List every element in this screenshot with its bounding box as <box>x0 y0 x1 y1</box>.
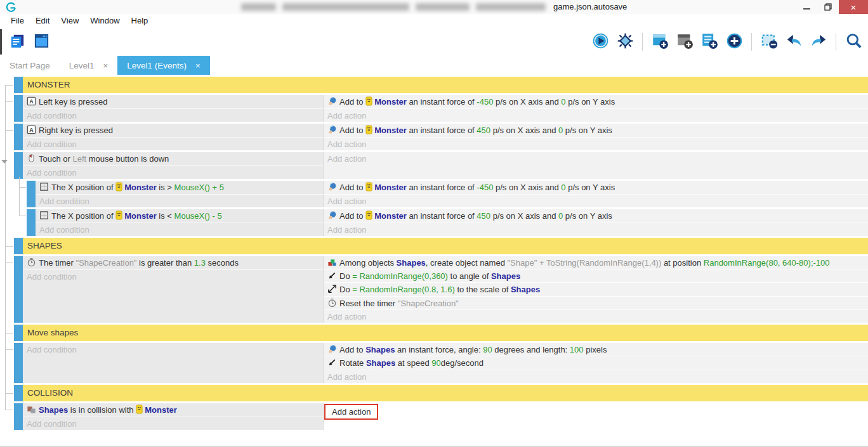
add-subevent-icon <box>701 32 718 52</box>
text-segment: 1.3 <box>194 258 206 268</box>
add-action-button[interactable]: Add action <box>324 137 868 151</box>
text-segment: an instant force, angle: <box>395 345 483 354</box>
event-selection-bar[interactable] <box>14 95 23 122</box>
event-selection-bar[interactable] <box>14 256 23 323</box>
action-row[interactable]: Add to Monster an instant force of 450 p… <box>324 124 868 137</box>
event-selection-bar[interactable] <box>14 325 23 341</box>
debugger-button[interactable] <box>615 32 635 51</box>
event-selection-bar[interactable] <box>14 385 23 401</box>
action-row[interactable]: Add to Monster an instant force of -450 … <box>324 95 868 108</box>
add-condition-button[interactable]: Add condition <box>23 417 323 431</box>
tab-level1[interactable]: Level1× <box>60 56 117 75</box>
add-subevent-button[interactable] <box>700 32 719 51</box>
add-condition-button[interactable]: Add condition <box>23 137 323 151</box>
tab-start-page[interactable]: Start Page <box>0 56 60 75</box>
timer-icon <box>327 298 337 308</box>
text-segment: "ShapeCreation" <box>398 299 459 308</box>
event-selection-bar[interactable] <box>14 77 23 93</box>
text-segment: 100 <box>570 345 584 354</box>
position-icon <box>39 211 49 220</box>
action-row[interactable]: Rotate Shapes at speed 90deg/second <box>324 356 868 369</box>
condition-row[interactable]: The X position of Monster is < MouseX() … <box>36 209 323 223</box>
menu-window[interactable]: Window <box>84 14 125 28</box>
window-title-text: game.json.autosave <box>553 2 627 11</box>
undo-button[interactable] <box>784 32 803 51</box>
menu-view[interactable]: View <box>55 14 84 28</box>
action-row[interactable]: Add to Monster an instant force of -450 … <box>324 181 868 194</box>
add-action-button[interactable]: Add action <box>324 309 868 323</box>
menu-file[interactable]: File <box>5 14 30 28</box>
text-segment: at speed <box>395 358 431 368</box>
add-other-icon <box>726 32 743 52</box>
object-name: Shapes <box>39 405 68 415</box>
menu-help[interactable]: Help <box>126 14 154 28</box>
tab-close-icon[interactable]: × <box>103 61 109 70</box>
event-selection-bar[interactable] <box>27 209 36 236</box>
add-action-button[interactable]: Add action <box>324 370 868 383</box>
condition-row[interactable]: The X position of Monster is > MouseX() … <box>36 181 323 194</box>
group-header[interactable]: MONSTER <box>23 77 868 93</box>
condition-row[interactable]: The timer "ShapeCreation" is greater tha… <box>23 256 323 269</box>
add-comment-button[interactable] <box>675 32 694 51</box>
maximize-button[interactable] <box>817 0 839 14</box>
action-row[interactable]: Among objects Shapes, create object name… <box>324 256 868 269</box>
text-segment: Reset the timer <box>339 299 398 308</box>
condition-row[interactable]: Touch or Left mouse button is down <box>23 152 323 165</box>
text-segment: Left <box>72 154 86 164</box>
minimize-button[interactable] <box>796 0 817 14</box>
text-segment: Do <box>339 285 352 294</box>
object-name: Monster <box>124 183 157 192</box>
event-selection-bar[interactable] <box>14 152 23 179</box>
search-button[interactable] <box>844 32 863 51</box>
collapse-arrow-icon[interactable] <box>1 160 8 164</box>
tab-close-icon[interactable]: × <box>195 61 201 70</box>
action-row[interactable]: Add to Shapes an instant force, angle: 9… <box>324 343 868 356</box>
add-action-button[interactable]: Add action <box>324 404 378 420</box>
close-button[interactable]: × <box>839 0 868 14</box>
action-row[interactable]: Do = RandomInRange(0.8, 1.6) to the scal… <box>324 282 868 295</box>
add-action-button[interactable]: Add action <box>324 108 868 122</box>
delete-event-button[interactable] <box>760 32 779 51</box>
undo-icon <box>786 32 803 52</box>
redacted-title-text <box>476 3 546 11</box>
redo-button[interactable] <box>809 32 828 51</box>
condition-row[interactable]: ALeft key is pressed <box>23 95 323 108</box>
event-selection-bar[interactable] <box>14 403 23 430</box>
add-condition-button[interactable]: Add condition <box>36 223 323 236</box>
text-segment: Left key is pressed <box>39 97 107 107</box>
add-condition-button[interactable]: Add condition <box>23 108 323 122</box>
action-row[interactable]: Reset the timer "ShapeCreation" <box>324 296 868 309</box>
event-selection-bar[interactable] <box>14 343 23 383</box>
tree-line <box>5 246 13 247</box>
action-row[interactable]: Add to Monster an instant force of 450 p… <box>324 209 868 223</box>
text-segment: RandomInRange(80, 640-80);-100 <box>704 258 830 268</box>
action-row[interactable]: Do = RandomInRange(0,360) to angle of Sh… <box>324 269 868 282</box>
add-condition-button[interactable]: Add condition <box>23 165 323 179</box>
text-segment: "Shape" + ToString(RandomInRange(1,4)) <box>508 258 662 268</box>
add-other-button[interactable] <box>725 32 744 51</box>
add-action-button[interactable]: Add action <box>324 194 868 208</box>
condition-row[interactable]: ARight key is pressed <box>23 124 323 137</box>
text-segment: Touch or <box>39 154 72 164</box>
group-header[interactable]: COLLISION <box>23 385 868 401</box>
editors-window-button[interactable] <box>32 32 51 51</box>
add-condition-button[interactable]: Add condition <box>23 343 323 356</box>
text-segment: Add to <box>339 97 365 107</box>
event-selection-bar[interactable] <box>14 124 23 150</box>
event-selection-bar[interactable] <box>27 181 36 207</box>
tab-level1-events-[interactable]: Level1 (Events)× <box>117 56 209 75</box>
group-header[interactable]: SHAPES <box>23 238 868 254</box>
project-manager-button[interactable] <box>8 32 27 51</box>
condition-row[interactable]: Shapes is in collision with Monster <box>23 403 323 417</box>
preview-button[interactable] <box>591 32 610 51</box>
add-condition-button[interactable]: Add condition <box>36 194 323 208</box>
event-selection-bar[interactable] <box>14 238 23 254</box>
group-header[interactable]: Move shapes <box>23 325 868 341</box>
add-event-button[interactable] <box>650 32 669 51</box>
conditions-column: The X position of Monster is < MouseX() … <box>36 209 324 236</box>
object-name: Monster <box>124 211 157 221</box>
add-action-button[interactable]: Add action <box>324 152 868 165</box>
add-condition-button[interactable]: Add condition <box>23 269 323 283</box>
menu-edit[interactable]: Edit <box>30 14 55 28</box>
add-action-button[interactable]: Add action <box>324 223 868 236</box>
